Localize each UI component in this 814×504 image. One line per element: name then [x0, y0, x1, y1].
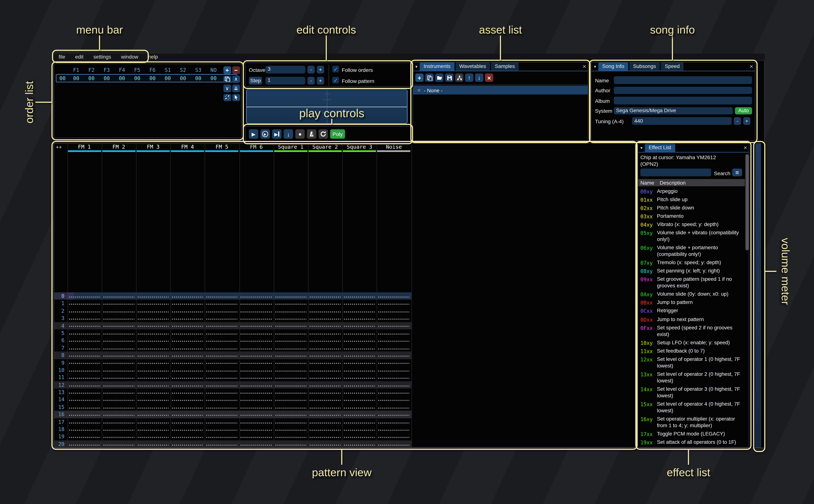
pattern-cell[interactable] [102, 359, 136, 366]
asset-list-tab[interactable]: Instruments [420, 62, 455, 71]
pattern-cell[interactable] [377, 433, 411, 440]
pattern-cell[interactable] [273, 440, 308, 448]
pattern-cell[interactable] [67, 381, 102, 389]
pattern-cell[interactable] [170, 426, 205, 433]
step-decrease-button[interactable]: - [307, 77, 315, 84]
pattern-cell[interactable] [170, 396, 205, 403]
asset-selected-row[interactable]: ○ - None - [413, 86, 588, 95]
pattern-cell[interactable] [377, 315, 411, 322]
step-down-button[interactable]: ↓ [284, 129, 293, 139]
pattern-cell[interactable] [377, 292, 411, 300]
menu-item[interactable]: window [116, 53, 143, 61]
tuning-input[interactable]: 440 [632, 117, 732, 125]
pattern-cell[interactable] [342, 411, 377, 418]
pattern-cell[interactable] [67, 411, 102, 418]
pattern-cell[interactable] [239, 440, 273, 448]
pattern-cell[interactable] [239, 307, 273, 314]
order-cell[interactable]: 00 [191, 75, 206, 81]
pattern-cell[interactable] [377, 307, 411, 314]
pattern-cell[interactable] [102, 329, 136, 337]
effect-row[interactable]: 1Axx Set attack of operator 1 (0 to 1F) [638, 447, 745, 448]
effect-row[interactable]: 0Cxx Retrigger [638, 307, 745, 316]
pattern-cell[interactable] [342, 315, 377, 322]
pattern-row[interactable]: 16 [54, 411, 411, 418]
pattern-row[interactable]: 14 [54, 396, 411, 403]
song-info-tab[interactable]: Subsongs [629, 62, 660, 71]
pattern-cell[interactable] [377, 337, 411, 344]
pattern-cell[interactable] [377, 322, 411, 329]
add-order-button[interactable]: + [223, 66, 231, 74]
pattern-cell[interactable] [239, 351, 273, 359]
effect-row[interactable]: 00xy Arpeggio [638, 187, 745, 196]
pattern-cell[interactable] [377, 381, 411, 389]
pattern-cell[interactable] [136, 329, 170, 337]
effect-row[interactable]: 12xx Set level of operator 1 (0 highest,… [638, 356, 745, 370]
pattern-cell[interactable] [308, 381, 342, 389]
repeat-pattern-button[interactable] [318, 129, 328, 139]
pattern-cell[interactable] [239, 344, 273, 351]
follow-pattern-label[interactable]: Follow pattern [342, 78, 374, 84]
order-cell[interactable]: 00 [145, 75, 160, 81]
pattern-cell[interactable] [170, 329, 205, 337]
order-cell[interactable]: 00 [69, 75, 84, 81]
pattern-cell[interactable] [102, 322, 136, 329]
pattern-cell[interactable] [205, 329, 239, 337]
pattern-cell[interactable] [136, 403, 170, 411]
pattern-cell[interactable] [342, 433, 377, 440]
pattern-cell[interactable] [170, 374, 205, 381]
order-cell[interactable]: 00 [130, 75, 145, 81]
pattern-row[interactable]: 2 [54, 307, 411, 314]
pattern-cell[interactable] [342, 322, 377, 329]
pattern-cell[interactable] [239, 433, 273, 440]
play-pattern-button[interactable]: ▶ [260, 129, 270, 139]
metronome-button[interactable] [307, 129, 316, 139]
pattern-cell[interactable] [205, 315, 239, 322]
system-input[interactable]: Sega Genesis/Mega Drive [614, 107, 733, 115]
pattern-cell[interactable] [342, 329, 377, 337]
pattern-cell[interactable] [67, 292, 102, 300]
pattern-row[interactable]: 20 [54, 440, 411, 448]
pattern-cell[interactable] [273, 329, 308, 337]
effect-row[interactable]: 05xy Volume slide + vibrato (compatibili… [638, 229, 745, 244]
pattern-cell[interactable] [377, 411, 411, 418]
channel-header[interactable]: FM 2 [102, 144, 136, 152]
pattern-cell[interactable] [170, 359, 205, 366]
pattern-cell[interactable] [67, 337, 102, 344]
pattern-cell[interactable] [342, 374, 377, 381]
pattern-cell[interactable] [308, 292, 342, 300]
pattern-cell[interactable] [377, 389, 411, 396]
pattern-cell[interactable] [239, 403, 273, 411]
close-icon[interactable]: × [583, 63, 586, 70]
change-all-orders-button[interactable] [223, 94, 231, 101]
pattern-cell[interactable] [239, 366, 273, 374]
pattern-cell[interactable] [239, 292, 273, 300]
pattern-cell[interactable] [239, 389, 273, 396]
effect-row[interactable]: 0Bxx Jump to pattern [638, 299, 745, 307]
pattern-cell[interactable] [377, 440, 411, 448]
order-cell[interactable]: 00 [160, 75, 175, 81]
effect-row[interactable]: 11xx Set feedback (0 to 7) [638, 347, 745, 355]
effect-row[interactable]: 17xx Toggle PCM mode (LEGACY) [638, 430, 745, 438]
pattern-cell[interactable] [273, 315, 308, 322]
pattern-row[interactable]: 6 [54, 337, 411, 344]
pattern-cell[interactable] [342, 403, 377, 411]
pattern-cell[interactable] [377, 329, 411, 337]
order-column-header[interactable]: F3 [99, 67, 114, 73]
order-cell[interactable]: 00 [99, 75, 114, 81]
pattern-row[interactable]: 7 [54, 344, 411, 351]
pattern-cell[interactable] [102, 292, 136, 300]
pattern-cell[interactable] [308, 337, 342, 344]
pattern-cell[interactable] [273, 426, 308, 433]
channel-header[interactable]: Square 1 [273, 144, 308, 152]
pattern-cell[interactable] [67, 300, 102, 307]
pattern-row[interactable]: 0 [54, 292, 411, 300]
step-input[interactable]: 1 [265, 77, 305, 84]
effect-table-header[interactable]: Name Description [638, 179, 745, 186]
channel-header[interactable]: FM 6 [239, 144, 273, 152]
pattern-cell[interactable] [67, 374, 102, 381]
open-asset-button[interactable] [435, 74, 444, 82]
duplicate-order-at-end-button[interactable]: ⇊ [232, 85, 240, 92]
pattern-cell[interactable] [308, 359, 342, 366]
effect-search-input[interactable] [640, 169, 711, 176]
follow-pattern-checkbox[interactable]: ✓ [332, 77, 339, 83]
